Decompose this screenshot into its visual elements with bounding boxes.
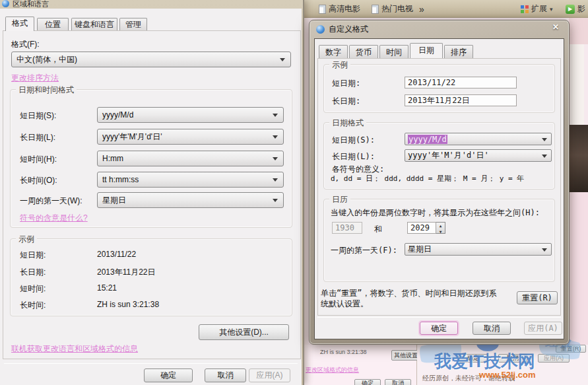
calendar-group: 日历 当键入的年份是两位数字时，将其显示为在这些年之间(H): 1930 和 2… [323,199,555,282]
tab-administrative[interactable]: 管理 [119,18,147,30]
chevron-down-icon: ▾ [550,6,553,13]
bookmark-hot-tv[interactable]: 热门电视 [372,3,413,15]
chevron-down-icon [542,155,547,160]
chevron-down-icon [542,248,547,254]
dlg-short-date-example[interactable]: 2013/11/22 [405,77,517,88]
first-day-combobox[interactable]: 星期日 [97,192,284,208]
extensions-menu[interactable]: 扩展 ▾ [521,3,553,15]
chevron-down-icon [542,138,547,144]
ex-long-time-value: ZH is sun 3:21:38 [97,300,159,309]
short-time-label: 短时间(H): [20,154,57,165]
dialog-titlebar[interactable]: 自定义格式 [310,20,569,38]
region-language-window: 区域和语言 格式 位置 键盘和语言 管理 格式(F): 中文(简体，中国) 更改… [0,0,304,385]
short-date-value: yyyy/M/d [102,110,133,120]
divider [317,317,561,318]
ex-short-time-value: 15:21 [97,283,117,293]
group-title: 示例 [329,59,350,71]
format-label: 格式(F): [11,39,40,50]
tab-time[interactable]: 时间 [379,45,408,58]
tab-date[interactable]: 日期 [410,43,443,58]
globe-window-icon [316,25,325,34]
reset-note-line2: 统默认设置。 [321,298,368,310]
tab-format[interactable]: 格式 [5,17,34,31]
ex-long-date-value: 2013年11月22日 [97,267,156,278]
video-toolbar-button[interactable]: ▶ 影 [566,3,585,15]
dialog-ok-button[interactable]: 确定 [420,322,458,335]
dialog-title: 自定义格式 [329,24,368,35]
online-info-link[interactable]: 联机获取更改语言和区域格式的信息 [11,343,138,355]
year-from-field: 1930 [332,222,362,234]
group-title: 示例 [16,234,37,245]
tab-keyboards-languages[interactable]: 键盘和语言 [71,18,117,30]
chevron-down-icon [273,178,278,184]
additional-settings-button[interactable]: 其他设置(D)... [199,324,289,340]
change-sort-link[interactable]: 更改排序方法 [11,73,59,84]
spinner-up-icon[interactable]: ▲ [436,223,445,228]
format-value: 中文(简体，中国) [16,54,77,65]
long-date-label: 长日期(L): [20,132,55,143]
bg-cancel-button: 取消 [385,379,411,385]
year-spinner[interactable]: ▲ ▼ [436,222,445,234]
ex-long-time-label: 长时间: [20,300,46,311]
long-date-format-value: yyyy'年'M'月'd'日' [408,150,489,161]
examples-group: 示例 短日期: 2013/11/22 长日期: 2013年11月22日 短时间:… [10,238,292,316]
ex-short-date-value: 2013/11/22 [97,250,136,259]
short-date-combobox[interactable]: yyyy/M/d [97,107,284,123]
dlg-long-date-label: 长日期: [332,96,360,107]
bookmark-label: 高清电影 [329,3,360,15]
group-title: 日历 [329,194,350,205]
chevron-down-icon [273,199,278,205]
tab-currency[interactable]: 货币 [349,45,378,58]
ex-short-date-label: 短日期: [20,250,46,261]
bg-ok-button: 确定 [354,379,381,385]
page-icon [319,5,326,14]
play-icon: ▶ [566,5,575,14]
long-date-value: yyyy'年'M'月'd'日' [102,131,162,143]
short-date-format-value: yyyy/M/d [408,135,447,144]
group-title: 日期格式 [329,118,366,129]
tab-location[interactable]: 位置 [37,18,69,30]
video-label: 影 [577,3,585,15]
short-time-combobox[interactable]: H:mm [97,151,284,166]
long-date-combobox[interactable]: yyyy'年'M'月'd'日' [97,129,284,145]
tab-sort[interactable]: 排序 [444,45,473,58]
copyright-text: 经历原创，未经许可，谢绝转载 [422,374,515,383]
cancel-button[interactable]: 取消 [205,368,246,382]
dialog-examples-group: 示例 短日期: 2013/11/22 长日期: 2013年11月22日 [323,64,555,113]
window-titlebar[interactable]: 区域和语言 [0,0,303,9]
bg-apply-button: 应用(A) [538,354,570,363]
long-date-format-combobox[interactable]: yyyy'年'M'月'd'日' [405,149,552,162]
globe-window-icon [2,0,9,7]
spinner-down-icon[interactable]: ▼ [436,228,445,234]
long-time-label: 长时间(O): [20,175,57,186]
ok-button[interactable]: 确定 [144,368,193,382]
extensions-grid-icon [521,5,529,13]
symbols-meaning-link[interactable]: 符号的含意是什么? [20,213,88,224]
dialog-client-area: 数字 货币 时间 日期 排序 示例 短日期: 2013/11/22 长日期: 2… [314,38,564,339]
screenshot-root: 高清电影 热门电视 » 扩展 ▾ ▶ 影 ZH is sun 3:21:38 其… [0,0,588,385]
webpage-screenshot-fragment-left: ZH is sun 3:21:38 其他设置(D)... 更改区域格式的信息 确… [304,345,417,385]
symbols-meaning-text: d, dd = 日； ddd, dddd = 星期； M = 月； y = 年 [331,174,524,184]
date-tab-panel: 示例 短日期: 2013/11/22 长日期: 2013年11月22日 日期格式… [317,58,561,316]
reset-button[interactable]: 重置(R) [517,291,558,304]
short-date-format-combobox[interactable]: yyyy/M/d [405,133,552,145]
close-icon[interactable]: ✕ [548,22,563,33]
dlg-first-day-combobox[interactable]: 星期日 [405,243,552,256]
format-combobox[interactable]: 中文(简体，中国) [11,52,291,67]
bookmark-hd-movies[interactable]: 高清电影 [319,3,360,15]
short-time-value: H:mm [102,154,123,163]
customize-format-dialog: 自定义格式 ✕ 数字 货币 时间 日期 排序 示例 短日期: 2013/11/2… [309,20,570,345]
bookmarks-overflow-chevron[interactable]: » [419,3,424,15]
year-to-field[interactable]: 2029 [407,222,436,234]
window-body: 格式 位置 键盘和语言 管理 格式(F): 中文(简体，中国) 更改排序方法 日… [0,9,302,385]
format-tab-panel: 格式(F): 中文(简体，中国) 更改排序方法 日期和时间格式 短日期(S): … [3,30,301,359]
dlg-first-day-label: 一周的第一天(F): [331,245,397,256]
two-digit-year-label: 当键入的年份是两位数字时，将其显示为在这些年之间(H): [331,207,540,219]
webpage-strip [570,44,584,125]
dlg-long-date-example[interactable]: 2013年11月22日 [405,94,517,106]
bg-ok-button: 确定 [459,354,488,363]
tab-numbers[interactable]: 数字 [319,45,348,58]
extensions-label: 扩展 [531,3,547,15]
dialog-cancel-button[interactable]: 取消 [473,322,511,335]
long-time-combobox[interactable]: tt h:mm:ss [97,172,284,188]
